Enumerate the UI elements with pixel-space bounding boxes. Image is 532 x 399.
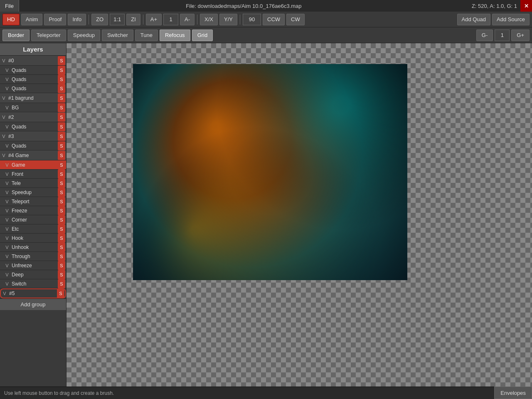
child-visibility[interactable]: V (3, 227, 11, 232)
child-visibility[interactable]: V (3, 181, 11, 186)
child-s[interactable]: S (58, 170, 65, 179)
layer-group-g2[interactable]: V#2S (0, 112, 66, 122)
child-s[interactable]: S (58, 75, 65, 84)
layer-item-g4-3[interactable]: VSpeedupS (0, 188, 66, 197)
layer-item-g0-2[interactable]: VQuadsS (0, 84, 66, 93)
layer-item-g4-7[interactable]: VEtcS (0, 224, 66, 234)
layers-header[interactable]: Layers (0, 43, 66, 56)
envelopes-button[interactable]: Envelopes (494, 387, 532, 399)
layer-group-g1[interactable]: V#1 bagrundS (0, 93, 66, 103)
child-visibility[interactable]: V (3, 190, 11, 195)
layer-item-g4-10[interactable]: VThroughS (0, 252, 66, 261)
ccw-button[interactable]: CCW (263, 14, 285, 25)
grid-button[interactable]: Grid (192, 30, 213, 41)
layer-visibility-g0[interactable]: V (0, 58, 7, 63)
child-visibility[interactable]: V (3, 105, 11, 110)
anim-button[interactable]: Anim (21, 14, 43, 25)
child-visibility[interactable]: V (3, 86, 11, 91)
a-plus-button[interactable]: A+ (146, 14, 162, 25)
child-s[interactable]: S (58, 197, 65, 206)
child-s[interactable]: S (58, 243, 65, 252)
proof-button[interactable]: Proof (44, 14, 66, 25)
g-minus-button[interactable]: G- (476, 30, 493, 41)
layer-item-g4-4[interactable]: VTeleportS (0, 197, 66, 206)
layer-item-g4-12[interactable]: VDeepS (0, 270, 66, 279)
layer-item-g4-0[interactable]: VGameS (0, 160, 66, 170)
child-visibility[interactable]: V (3, 172, 11, 177)
child-s[interactable]: S (58, 224, 65, 234)
child-s[interactable]: S (58, 234, 65, 243)
zi-button[interactable]: ZI (126, 14, 140, 25)
switcher-button[interactable]: Switcher (102, 30, 133, 41)
teleporter-button[interactable]: Teleporter (31, 30, 66, 41)
child-visibility[interactable]: V (3, 245, 11, 250)
child-visibility[interactable]: V (3, 217, 11, 222)
child-visibility[interactable]: V (3, 263, 11, 268)
layer-group-g3[interactable]: V#3S (0, 131, 66, 141)
layer-item-g4-2[interactable]: VTeleS (0, 179, 66, 188)
child-s[interactable]: S (58, 252, 65, 261)
border-button[interactable]: Border (2, 30, 30, 41)
canvas-area[interactable] (66, 43, 532, 387)
layer-group-g0[interactable]: V#0S (0, 56, 66, 66)
layer-s-g1[interactable]: S (58, 94, 65, 103)
xx-button[interactable]: X/X (200, 14, 218, 25)
child-s[interactable]: S (58, 188, 65, 197)
refocus-button[interactable]: Refocus (160, 30, 190, 41)
child-visibility[interactable]: V (3, 272, 11, 277)
child-s[interactable]: S (58, 279, 65, 288)
layer-s-g2[interactable]: S (58, 113, 65, 122)
child-visibility[interactable]: V (3, 254, 11, 259)
map-canvas[interactable] (133, 64, 407, 280)
child-s[interactable]: S (58, 206, 65, 215)
layer-item-g4-8[interactable]: VHookS (0, 234, 66, 243)
child-s[interactable]: S (58, 122, 65, 131)
child-visibility[interactable]: V (3, 163, 11, 167)
child-visibility[interactable]: V (3, 236, 11, 241)
tune-button[interactable]: Tune (135, 30, 158, 41)
layer-s-g0[interactable]: S (58, 56, 65, 65)
layer-item-g4-13[interactable]: VSwitchS (0, 279, 66, 288)
layer-item-g4-6[interactable]: VCornerS (0, 215, 66, 224)
layer-visibility-g5[interactable]: V (1, 291, 8, 296)
child-visibility[interactable]: V (3, 281, 11, 286)
child-s[interactable]: S (58, 66, 65, 75)
layer-visibility-g4[interactable]: V (0, 153, 7, 158)
info-button[interactable]: Info (68, 14, 86, 25)
layer-item-g1-0[interactable]: VBGS (0, 103, 66, 112)
child-visibility[interactable]: V (3, 199, 11, 204)
layer-group-g5[interactable]: V#5S (0, 288, 66, 298)
add-quad-button[interactable]: Add Quad (457, 14, 491, 25)
layer-visibility-g2[interactable]: V (0, 115, 7, 120)
layer-visibility-g3[interactable]: V (0, 134, 7, 139)
child-visibility[interactable]: V (3, 68, 11, 73)
child-s[interactable]: S (58, 215, 65, 224)
child-s[interactable]: S (58, 261, 65, 270)
layer-item-g4-1[interactable]: VFrontS (0, 170, 66, 179)
layer-group-g4[interactable]: V#4 GameS (0, 150, 66, 160)
g-plus-button[interactable]: G+ (511, 30, 530, 41)
child-s[interactable]: S (58, 141, 65, 150)
layer-item-g4-9[interactable]: VUnhookS (0, 243, 66, 252)
child-visibility[interactable]: V (3, 124, 11, 129)
child-s[interactable]: S (58, 84, 65, 93)
child-s[interactable]: S (58, 270, 65, 279)
close-button[interactable]: ✕ (520, 0, 532, 12)
layer-item-g0-1[interactable]: VQuadsS (0, 75, 66, 84)
add-group-button[interactable]: Add group (0, 298, 66, 310)
child-s[interactable]: S (58, 160, 65, 170)
layer-item-g2-0[interactable]: VQuadsS (0, 122, 66, 131)
a-minus-button[interactable]: A- (180, 14, 195, 25)
cw-button[interactable]: CW (286, 14, 305, 25)
child-visibility[interactable]: V (3, 208, 11, 213)
layer-s-g4[interactable]: S (58, 151, 65, 160)
child-visibility[interactable]: V (3, 143, 11, 148)
hd-button[interactable]: HD (2, 14, 20, 25)
layer-s-g5[interactable]: S (57, 289, 64, 298)
file-menu[interactable]: File (0, 0, 19, 12)
yy-button[interactable]: Y/Y (219, 14, 237, 25)
speedup-button[interactable]: Speedup (68, 30, 100, 41)
layer-s-g3[interactable]: S (58, 132, 65, 141)
zo-button[interactable]: ZO (91, 14, 108, 25)
layer-item-g4-11[interactable]: VUnfreezeS (0, 261, 66, 270)
